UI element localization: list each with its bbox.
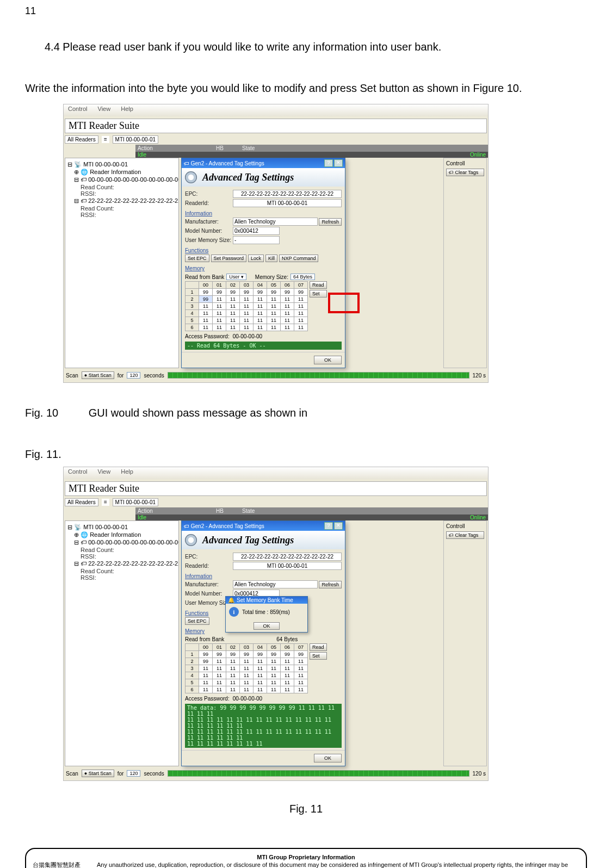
page-number: 11 (25, 5, 587, 17)
footer-line1-en: Any unauthorized use, duplication, repro… (97, 861, 579, 868)
epc-label: EPC: (185, 191, 233, 197)
tree-reader-info[interactable]: Reader Information (90, 531, 141, 538)
bank-select[interactable]: User ▾ (226, 274, 246, 280)
scan-seconds-label: seconds (144, 373, 164, 379)
refresh-button[interactable]: Refresh (319, 218, 342, 226)
reader-id-field[interactable]: MTI 00-00-00-01 (113, 498, 158, 506)
screenshot-figure-10: Control View Help MTI Reader Suite All R… (63, 104, 489, 383)
reader-id-field[interactable]: MTI 00-00-00-01 (113, 135, 158, 144)
scan-seconds-input[interactable]: 120 (127, 770, 140, 777)
access-pwd-label: Access Password: (185, 333, 230, 339)
taglist-row: Idle Online (135, 514, 488, 520)
menu-control[interactable]: Control (68, 106, 87, 112)
app-menubar: Control View Help (64, 467, 488, 479)
dialog-ok-button[interactable]: OK (314, 356, 342, 364)
tree-read-count-2: Read Count: (81, 568, 176, 574)
access-pwd-value[interactable]: 00-00-00-00 (233, 333, 262, 339)
manufacturer-label: Manufacturer: (185, 581, 233, 587)
set-password-button[interactable]: Set Password (211, 255, 247, 262)
menu-help[interactable]: Help (121, 106, 133, 112)
dialog-ok-button[interactable]: OK (314, 754, 342, 762)
memory-table[interactable]: 0001020304050607 19999999999999999 29911… (185, 281, 308, 331)
scan-progress-bar (168, 372, 469, 379)
set-button[interactable]: Set (310, 290, 327, 297)
section-4-4-text: 4.4 Please read user bank if you would l… (45, 39, 587, 55)
scan-for-label: for (118, 771, 124, 777)
readerid-label: ReaderId: (185, 200, 233, 206)
scan-seconds-input[interactable]: 120 (127, 372, 140, 379)
access-pwd-label: Access Password: (185, 696, 230, 702)
set-epc-button[interactable]: Set EPC (185, 617, 209, 625)
memory-heading: Memory (185, 265, 342, 271)
tree-read-count-1: Read Count: (81, 184, 176, 190)
ums-label: User Memory Size: (185, 237, 233, 243)
info-icon: i (229, 607, 239, 617)
set-button[interactable]: Set (310, 652, 327, 660)
help-icon[interactable]: ? (324, 159, 333, 167)
tree-epc-1[interactable]: 00-00-00-00-00-00-00-00-00-00-00-00 (88, 176, 179, 183)
memory-edit-cell[interactable]: 99 (199, 296, 213, 303)
all-readers-label[interactable]: All Readers (65, 135, 98, 144)
manufacturer-value: Alien Technology (233, 218, 318, 226)
popup-title: Set Memory Bank Time (237, 597, 293, 603)
memory-table[interactable]: 0001020304050607 19999999999999999 29911… (185, 643, 308, 693)
red-highlight-box (328, 293, 360, 313)
reader-tree[interactable]: ⊟ 📡 MTI 00-00-00-01 ⊕ 🌐 Reader Informati… (65, 158, 179, 368)
start-scan-button[interactable]: ● Start Scan (82, 770, 114, 777)
tree-reader-info[interactable]: Reader Information (90, 169, 141, 175)
proprietary-footer: MTI Group Proprietary Information 台揚集團智慧… (25, 848, 587, 868)
reader-tree[interactable]: ⊟ 📡 MTI 00-00-00-01 ⊕ 🌐 Reader Informati… (65, 520, 179, 766)
read-button[interactable]: Read (310, 643, 327, 651)
clear-tags-button[interactable]: 🏷 Clear Tags (446, 531, 484, 539)
close-icon[interactable]: ✕ (334, 159, 343, 167)
control-panel: Controll 🏷 Clear Tags (443, 158, 487, 368)
read-from-bank-label: Read from Bank (185, 274, 224, 280)
clear-tags-button[interactable]: 🏷 Clear Tags (446, 169, 484, 176)
rfid-icon (184, 533, 198, 547)
nxp-command-button[interactable]: NXP Command (279, 255, 318, 262)
memory-size-value[interactable]: 64 Bytes (290, 274, 315, 280)
svg-point-1 (188, 175, 194, 180)
start-scan-button[interactable]: ● Start Scan (82, 371, 114, 379)
app-title: MTI Reader Suite (65, 119, 487, 133)
close-icon[interactable]: ✕ (334, 522, 343, 530)
tree-reader-node[interactable]: MTI 00-00-00-01 (83, 524, 128, 530)
app-menubar: Control View Help (64, 104, 488, 116)
fig11-intro-line: Fig. 11. (25, 446, 587, 462)
tree-reader-node[interactable]: MTI 00-00-00-01 (83, 161, 128, 168)
tree-epc-2[interactable]: 22-22-22-22-22-22-22-22-22-22-22-22 (88, 197, 179, 204)
tree-epc-2[interactable]: 22-22-22-22-22-22-22-22-22-22-22-22 (88, 560, 179, 567)
menu-help[interactable]: Help (121, 468, 133, 475)
model-value: 0x000412 (233, 227, 280, 235)
read-button[interactable]: Read (310, 281, 327, 289)
help-icon[interactable]: ? (324, 522, 333, 530)
tree-epc-1[interactable]: 00-00-00-00-00-00-00-00-00-00-00-00 (88, 539, 179, 545)
dialog-title: 🏷 Gen2 - Advanced Tag Settings (184, 523, 264, 529)
scan-progress-bar (168, 770, 469, 777)
reminder-icon: 🔔 (228, 597, 234, 603)
kill-button[interactable]: Kill (265, 255, 277, 262)
popup-ok-button[interactable]: OK (254, 622, 279, 630)
set-epc-button[interactable]: Set EPC (185, 255, 209, 262)
footer-cn-title: 台揚集團智慧財產 (33, 861, 92, 868)
menu-control[interactable]: Control (68, 468, 87, 475)
epc-label: EPC: (185, 554, 233, 560)
refresh-button[interactable]: Refresh (319, 581, 342, 588)
epc-value: 22-22-22-22-22-22-22-22-22-22-22-22 (233, 553, 342, 561)
control-panel: Controll 🏷 Clear Tags (443, 520, 487, 766)
lock-button[interactable]: Lock (248, 255, 264, 262)
fig10-caption-line: Fig. 10 GUI would shown pass message as … (25, 405, 587, 421)
scan-elapsed: 120 s (473, 771, 486, 777)
menu-view[interactable]: View (98, 106, 111, 112)
menu-view[interactable]: View (98, 468, 111, 475)
ums-value: - (233, 236, 280, 244)
all-readers-label[interactable]: All Readers (65, 498, 98, 506)
info-heading: Information (185, 210, 342, 216)
functions-heading: Functions (185, 247, 342, 253)
scan-label: Scan (66, 771, 78, 777)
scan-label: Scan (66, 373, 78, 379)
access-pwd-value[interactable]: 00-00-00-00 (233, 696, 262, 702)
manufacturer-label: Manufacturer: (185, 219, 233, 225)
readerid-value: MTI 00-00-00-01 (233, 562, 342, 570)
scan-seconds-label: seconds (144, 771, 164, 777)
